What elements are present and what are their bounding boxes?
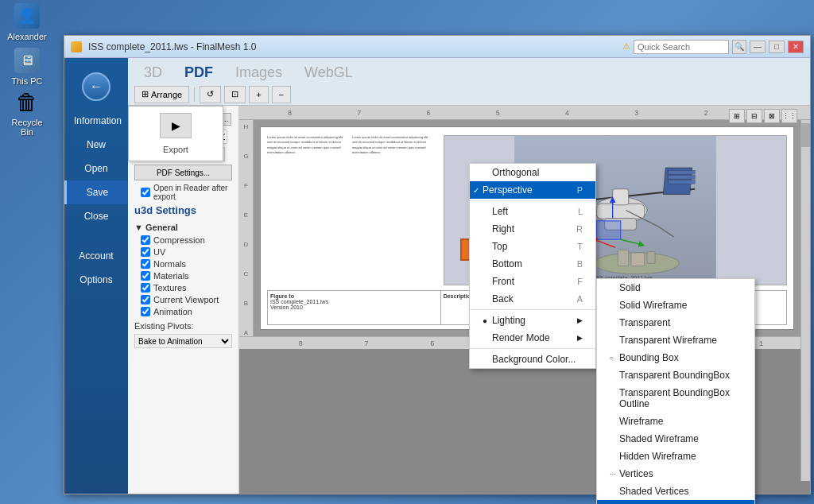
sidebar-item-new[interactable]: New — [64, 133, 128, 157]
open-reader-row: Open in Reader after export — [134, 184, 232, 201]
menu-item-lighting[interactable]: ● Lighting — [470, 312, 595, 329]
uv-checkbox[interactable] — [141, 247, 150, 257]
warning-icon: ⚠ — [622, 41, 630, 52]
menu-item-bg-color[interactable]: Background Color... — [470, 351, 595, 368]
menu-sep-2 — [470, 309, 595, 310]
view-btn-3[interactable]: ⊠ — [764, 109, 780, 123]
textures-row: Textures — [134, 283, 232, 293]
menu-item-shaded-vertices[interactable]: Shaded Vertices — [597, 483, 754, 500]
tab-images[interactable]: Images — [232, 63, 285, 83]
sidebar-item-options[interactable]: Options — [64, 268, 128, 292]
menu-item-orthogonal[interactable]: Orthogonal — [470, 164, 595, 181]
toolbar: ⊞ Arrange ↺ ⊡ + − ▶ Export — [128, 83, 810, 106]
rotate-button[interactable]: ↺ — [200, 86, 221, 103]
menu-item-bottom[interactable]: Bottom B — [470, 255, 595, 273]
view-btn-2[interactable]: ⊟ — [746, 109, 762, 123]
menu-item-top[interactable]: Top T — [470, 238, 595, 255]
menu-item-right[interactable]: Right R — [470, 220, 595, 238]
search-button[interactable]: 🔍 — [732, 40, 746, 54]
menu-item-illustration[interactable]: ○ Illustration — [597, 500, 754, 504]
svg-rect-8 — [669, 175, 695, 179]
menu-item-shaded-wireframe[interactable]: Shaded Wireframe — [597, 430, 754, 448]
menu-item-transparent[interactable]: Transparent — [597, 314, 754, 331]
textures-checkbox[interactable] — [141, 283, 150, 293]
open-reader-checkbox[interactable] — [141, 188, 150, 197]
menu-item-vertices[interactable]: ⋯ Vertices — [597, 465, 754, 483]
window-title: ISS complete_2011.lws - FinalMesh 1.0 — [88, 41, 256, 52]
existing-pivots-select[interactable]: Bake to Animation — [134, 334, 232, 348]
tab-pdf[interactable]: PDF — [181, 63, 216, 83]
sidebar-item-open[interactable]: Open — [64, 157, 128, 180]
sidebar-item-information[interactable]: Information — [64, 109, 128, 133]
existing-pivots-row: Existing Pivots: — [134, 321, 232, 331]
minimize-button[interactable]: — — [750, 41, 766, 53]
zoom-out-button[interactable]: − — [272, 86, 291, 103]
view-buttons: ⊞ ⊟ ⊠ ⋮⋮ — [729, 109, 797, 123]
zoom-fit-button[interactable]: ⊡ — [224, 86, 246, 103]
sidebar: ← Information New Open Save Close Accoun… — [64, 58, 128, 494]
pdf-settings-button[interactable]: PDF Settings... — [134, 165, 232, 180]
normals-row: Normals — [134, 259, 232, 269]
menu-item-left[interactable]: Left L — [470, 203, 595, 220]
svg-rect-16 — [597, 221, 621, 239]
desktop: 👤 Alexander 🖥 This PC 🗑 Recycle Bin ISS … — [0, 0, 814, 504]
menu-item-render-mode[interactable]: Render Mode — [470, 329, 595, 347]
desktop-icon-this-pc[interactable]: 🖥 This PC — [3, 45, 51, 89]
arrange-button[interactable]: ⊞ Arrange — [134, 86, 189, 103]
title-bar: ISS complete_2011.lws - FinalMesh 1.0 ⚠ … — [64, 36, 810, 58]
menu-item-bounding-box[interactable]: ○ Bounding Box — [597, 349, 754, 366]
zoom-in-button[interactable]: + — [249, 86, 268, 103]
current-viewport-row: Current Viewport — [134, 295, 232, 304]
svg-rect-21 — [618, 250, 628, 266]
export-panel: ▶ Export — [128, 106, 223, 161]
back-circle: ← — [82, 72, 110, 101]
view-context-menu: Orthogonal ✓ Perspective P Left L Right … — [469, 163, 596, 369]
normals-checkbox[interactable] — [141, 259, 150, 269]
text-column-2: Lorem ipsum dolor sit amet consectetur a… — [352, 135, 432, 156]
menu-item-transparent-boundingbox-outline[interactable]: Transparent BoundingBox Outline — [597, 384, 754, 413]
app-icon — [71, 41, 82, 52]
menu-item-perspective[interactable]: ✓ Perspective P — [470, 181, 595, 199]
tab-3d[interactable]: 3D — [141, 63, 165, 83]
menu-item-transparent-boundingbox[interactable]: Transparent BoundingBox — [597, 366, 754, 384]
svg-rect-13 — [613, 189, 629, 205]
compression-row: Compression — [134, 235, 232, 245]
render-mode-context-menu: Solid Solid Wireframe Transparent Transp… — [596, 278, 755, 504]
export-label[interactable]: Export — [129, 145, 223, 161]
current-viewport-checkbox[interactable] — [141, 295, 150, 304]
sidebar-item-save[interactable]: Save — [64, 180, 128, 204]
menu-item-solid[interactable]: Solid — [597, 279, 754, 297]
back-button[interactable]: ← — [64, 64, 128, 109]
desktop-icon-alexander[interactable]: 👤 Alexander — [3, 0, 51, 45]
animation-checkbox[interactable] — [141, 307, 150, 316]
svg-rect-22 — [631, 253, 645, 266]
view-btn-4[interactable]: ⋮⋮ — [781, 109, 797, 123]
compression-checkbox[interactable] — [141, 235, 150, 245]
menu-item-back[interactable]: Back A — [470, 290, 595, 308]
maximize-button[interactable]: □ — [769, 41, 785, 53]
menu-item-transparent-wireframe[interactable]: Transparent Wireframe — [597, 331, 754, 349]
export-play-button[interactable]: ▶ — [160, 113, 192, 138]
uv-row: UV — [134, 247, 232, 257]
settings-section-general: ▼ General — [134, 223, 232, 232]
menu-item-solid-wireframe[interactable]: Solid Wireframe — [597, 297, 754, 314]
materials-checkbox[interactable] — [141, 271, 150, 281]
materials-row: Materials — [134, 271, 232, 281]
ruler-left: HGFEDCBA — [239, 120, 254, 336]
menu-item-front[interactable]: Front F — [470, 273, 595, 290]
menu-item-wireframe[interactable]: Wireframe — [597, 413, 754, 430]
vertical-scrollbar[interactable] — [800, 120, 810, 481]
animation-row: Animation — [134, 307, 232, 316]
menu-sep-1 — [470, 200, 595, 201]
ruler-top: 87654321 — [239, 106, 810, 120]
sidebar-item-account[interactable]: Account — [64, 244, 128, 268]
sidebar-item-close[interactable]: Close — [64, 204, 128, 228]
desktop-icon-recycle-bin[interactable]: 🗑 Recycle Bin — [3, 86, 51, 140]
settings-title: u3d Settings — [134, 204, 232, 216]
search-input[interactable] — [634, 40, 729, 54]
close-button[interactable]: ✕ — [788, 41, 804, 53]
tab-webgl[interactable]: WebGL — [301, 63, 356, 83]
view-btn-1[interactable]: ⊞ — [729, 109, 745, 123]
scrollbar-thumb[interactable] — [801, 123, 810, 147]
menu-item-hidden-wireframe[interactable]: Hidden Wireframe — [597, 448, 754, 465]
